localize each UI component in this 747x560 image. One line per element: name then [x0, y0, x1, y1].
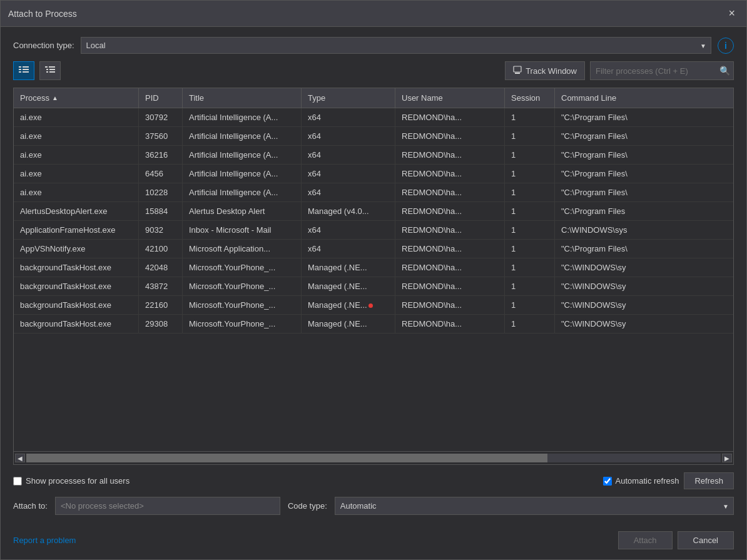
table-row[interactable]: AppVShNotify.exe42100Microsoft Applicati…	[14, 240, 733, 258]
col-title[interactable]: Title	[183, 88, 302, 108]
close-button[interactable]: ×	[724, 6, 739, 21]
table-cell: REDMOND\ha...	[395, 240, 505, 258]
code-type-label: Code type:	[288, 501, 327, 511]
search-icon: 🔍	[719, 66, 730, 76]
title-bar: Attach to Process ×	[1, 1, 746, 27]
table-cell: 10228	[139, 183, 183, 201]
table-cell: 1	[505, 240, 555, 258]
table-cell: Artificial Intelligence (A...	[183, 108, 302, 126]
table-cell: 22160	[139, 296, 183, 314]
track-window-icon	[513, 66, 522, 76]
scroll-left-button[interactable]: ◀	[15, 454, 25, 462]
track-window-button[interactable]: Track Window	[505, 61, 585, 80]
table-cell: 37560	[139, 127, 183, 145]
table-cell: Managed (v4.0...	[302, 202, 395, 220]
table-cell: Microsoft.YourPhone_...	[183, 277, 302, 295]
scroll-right-button[interactable]: ▶	[722, 454, 732, 462]
scroll-track[interactable]	[26, 454, 721, 462]
table-cell: 1	[505, 127, 555, 145]
bottom-options: Show processes for all users Automatic r…	[13, 472, 734, 489]
table-row[interactable]: backgroundTaskHost.exe43872Microsoft.You…	[14, 277, 733, 296]
svg-rect-2	[19, 69, 21, 70]
footer-buttons: Attach Cancel	[618, 531, 734, 549]
filter-wrapper: 🔍	[590, 61, 734, 80]
table-row[interactable]: ai.exe10228Artificial Intelligence (A...…	[14, 183, 733, 202]
table-row[interactable]: backgroundTaskHost.exe42048Microsoft.You…	[14, 258, 733, 277]
connection-type-wrapper: Local	[81, 37, 711, 54]
table-cell: "C:\Program Files\	[555, 108, 733, 126]
tree-view-icon	[45, 66, 55, 76]
table-cell: 29308	[139, 315, 183, 333]
col-pid[interactable]: PID	[139, 88, 183, 108]
table-row[interactable]: AlertusDesktopAlert.exe15884Alertus Desk…	[14, 202, 733, 221]
refresh-button[interactable]: Refresh	[684, 472, 734, 489]
table-cell: 1	[505, 221, 555, 239]
table-cell: 1	[505, 202, 555, 220]
table-cell: Microsoft Application...	[183, 240, 302, 258]
svg-rect-13	[515, 73, 520, 74]
table-cell: x64	[302, 183, 395, 201]
connection-type-label: Connection type:	[13, 41, 74, 50]
horizontal-scrollbar[interactable]: ◀ ▶	[14, 451, 733, 464]
table-cell: backgroundTaskHost.exe	[14, 258, 139, 277]
table-cell: REDMOND\ha...	[395, 165, 505, 183]
table-body: ai.exe30792Artificial Intelligence (A...…	[14, 108, 733, 451]
table-cell: "C:\Program Files\	[555, 146, 733, 164]
col-process[interactable]: Process ▲	[14, 88, 139, 108]
filter-input[interactable]	[590, 61, 734, 80]
auto-refresh-label[interactable]: Automatic refresh	[603, 476, 679, 486]
col-type[interactable]: Type	[302, 88, 395, 108]
list-view-icon	[19, 66, 29, 76]
table-cell: 1	[505, 277, 555, 295]
col-session[interactable]: Session	[505, 88, 555, 108]
svg-rect-7	[49, 66, 55, 68]
table-cell: ai.exe	[14, 183, 139, 201]
table-cell: "C:\WINDOWS\sy	[555, 258, 733, 277]
table-cell: Microsoft.YourPhone_...	[183, 296, 302, 314]
table-cell: Managed (.NE...	[302, 277, 395, 295]
table-cell: "C:\Program Files\	[555, 183, 733, 201]
table-cell: ai.exe	[14, 127, 139, 145]
table-cell: 42100	[139, 240, 183, 258]
table-row[interactable]: backgroundTaskHost.exe22160Microsoft.You…	[14, 296, 733, 315]
svg-rect-11	[49, 71, 55, 73]
table-cell: "C:\Program Files\	[555, 240, 733, 258]
svg-rect-4	[19, 71, 21, 73]
table-row[interactable]: ai.exe30792Artificial Intelligence (A...…	[14, 108, 733, 127]
show-all-users-checkbox[interactable]	[13, 477, 22, 486]
table-cell: ai.exe	[14, 146, 139, 164]
table-cell: "C:\Program Files	[555, 202, 733, 220]
col-username[interactable]: User Name	[395, 88, 505, 108]
col-cmdline[interactable]: Command Line	[555, 88, 733, 108]
connection-type-select[interactable]: Local	[81, 37, 711, 54]
table-cell: 1	[505, 165, 555, 183]
svg-rect-5	[23, 71, 29, 73]
connection-type-row: Connection type: Local i	[13, 37, 734, 54]
tree-view-button[interactable]	[39, 61, 61, 80]
auto-refresh-checkbox[interactable]	[603, 477, 612, 486]
table-cell: x64	[302, 165, 395, 183]
table-row[interactable]: ai.exe6456Artificial Intelligence (A...x…	[14, 165, 733, 183]
table-cell: 1	[505, 296, 555, 314]
table-cell: 1	[505, 108, 555, 126]
report-problem-link[interactable]: Report a problem	[13, 536, 76, 545]
table-cell: x64	[302, 221, 395, 239]
attach-to-input[interactable]	[55, 497, 280, 515]
code-type-select[interactable]: Automatic	[335, 497, 734, 515]
list-view-button[interactable]	[13, 61, 34, 80]
table-cell: REDMOND\ha...	[395, 258, 505, 277]
show-all-users-label[interactable]: Show processes for all users	[13, 476, 130, 486]
info-button[interactable]: i	[718, 38, 734, 54]
table-cell: C:\WINDOWS\sys	[555, 221, 733, 239]
cancel-button[interactable]: Cancel	[678, 531, 734, 549]
table-row[interactable]: ApplicationFrameHost.exe9032Inbox - Micr…	[14, 221, 733, 240]
table-cell: Managed (.NE...	[302, 315, 395, 333]
table-cell: REDMOND\ha...	[395, 202, 505, 220]
table-cell: "C:\WINDOWS\sy	[555, 315, 733, 333]
footer-row: Report a problem Attach Cancel	[1, 525, 746, 559]
table-row[interactable]: ai.exe36216Artificial Intelligence (A...…	[14, 146, 733, 165]
attach-button[interactable]: Attach	[618, 531, 673, 549]
table-header: Process ▲ PID Title Type User Name Sessi…	[14, 88, 733, 108]
table-row[interactable]: backgroundTaskHost.exe29308Microsoft.You…	[14, 315, 733, 333]
table-row[interactable]: ai.exe37560Artificial Intelligence (A...…	[14, 127, 733, 146]
